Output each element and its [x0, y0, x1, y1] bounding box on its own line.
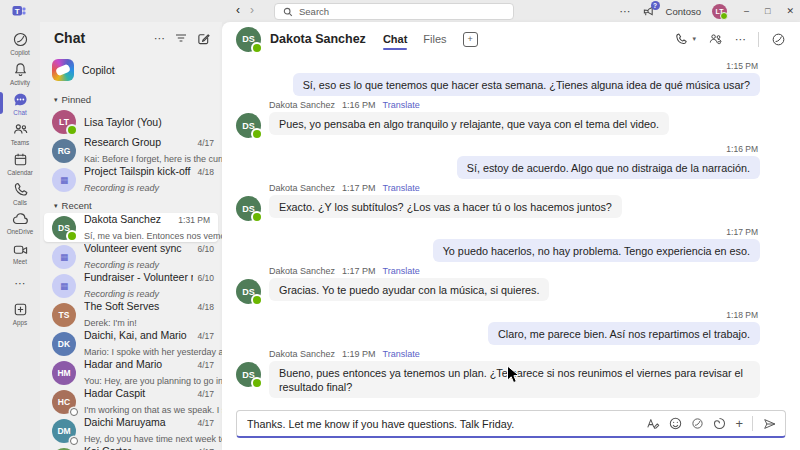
rail-item-meet[interactable]: Meet — [0, 238, 40, 268]
message-time: 1:15 PM — [726, 61, 758, 71]
new-chat-icon[interactable] — [197, 32, 210, 45]
avatar[interactable]: DS — [236, 362, 261, 387]
call-button[interactable] — [674, 32, 688, 46]
sidebar-item-copilot[interactable]: Copilot — [40, 52, 222, 88]
chevron-down-icon: ▾ — [54, 202, 58, 210]
add-tab-button[interactable]: + — [463, 32, 478, 47]
chat-preview: Recording is ready — [84, 260, 159, 270]
chat-list-item[interactable]: ▦ Project Tailspin kick-off 4/18 Recordi… — [40, 165, 222, 194]
divider — [752, 416, 753, 431]
copilot-icon[interactable] — [691, 417, 704, 430]
conversation-more-button[interactable]: ⋯ — [735, 33, 746, 46]
chat-list-item[interactable]: HM Hadar and Mario 4/17 You: Hey, are yo… — [40, 358, 222, 387]
message-bubble[interactable]: Sí, eso es lo que tenemos que hacer esta… — [293, 73, 760, 96]
chat-list-item[interactable]: DM Daichi Maruyama 4/17 Hey, do you have… — [40, 416, 222, 445]
avatar: DS — [52, 216, 76, 240]
avatar[interactable]: DS — [236, 279, 261, 304]
chat-list-item[interactable]: LT Lisa Taylor (You) — [40, 107, 222, 136]
translate-link[interactable]: Translate — [383, 183, 420, 193]
forward-button[interactable]: › — [250, 3, 254, 17]
chat-preview: Recording is ready — [84, 183, 159, 193]
rail-item-chat[interactable]: Chat — [0, 88, 40, 118]
close-button[interactable]: ✕ — [786, 6, 794, 16]
sidebar-section-header[interactable]: ▾ Pinned — [40, 88, 222, 107]
copilot-button[interactable] — [771, 32, 786, 47]
message-bubble[interactable]: Yo puedo hacerlos, no hay problema. Teng… — [433, 239, 760, 262]
message-bubble[interactable]: Exacto. ¿Y los subtítulos? ¿Los vas a ha… — [269, 195, 622, 218]
rail-item-calls[interactable]: Calls — [0, 178, 40, 208]
format-icon[interactable] — [646, 417, 660, 430]
announcement-icon[interactable]: ? — [642, 5, 655, 17]
filter-icon[interactable] — [175, 33, 187, 43]
chat-list-item[interactable]: KC Kai Carter 4/17 You: Let me know when… — [40, 445, 222, 450]
attach-plus-icon[interactable]: + — [735, 417, 743, 430]
add-people-button[interactable] — [708, 32, 723, 46]
rail-item-activity[interactable]: Activity — [0, 58, 40, 88]
chat-name: Project Tailspin kick-off — [84, 165, 193, 177]
avatar: HC — [52, 390, 76, 414]
chat-list-item[interactable]: DS Dakota Sanchez 1:31 PM Sí, me va bien… — [44, 213, 218, 242]
sidebar-section-header[interactable]: ▾ Recent — [40, 194, 222, 213]
minimize-button[interactable]: – — [744, 6, 749, 16]
message-bubble[interactable]: Pues, yo pensaba en algo tranquilo y rel… — [269, 112, 669, 135]
message-bubble[interactable]: Gracias. Yo te puedo ayudar con la músic… — [269, 278, 549, 301]
presence-icon — [70, 408, 78, 416]
rail-item-teams[interactable]: Teams — [0, 118, 40, 148]
status-available-icon — [251, 377, 263, 389]
titlebar-more-button[interactable]: ⋯ — [620, 5, 631, 18]
emoji-icon[interactable] — [669, 417, 682, 430]
avatar: HM — [52, 361, 76, 385]
message-bubble[interactable]: Claro, me parece bien. Así nos repartimo… — [488, 322, 760, 345]
message-bubble[interactable]: Sí, estoy de acuerdo. Algo que no distra… — [457, 156, 760, 179]
rail-item-copilot[interactable]: Copilot — [0, 28, 40, 58]
message-sent: 1:18 PM Claro, me parece bien. Así nos r… — [236, 308, 760, 345]
tenant-name[interactable]: Contoso — [666, 6, 701, 17]
back-button[interactable]: ‹ — [236, 3, 240, 17]
more-icon: ⋯ — [15, 278, 26, 288]
sidebar-more-button[interactable]: ⋯ — [154, 32, 165, 45]
message-input[interactable] — [247, 418, 637, 430]
status-available-icon — [251, 42, 263, 54]
chat-name: Hadar Caspit — [84, 387, 193, 399]
translate-link[interactable]: Translate — [383, 100, 420, 110]
avatar[interactable]: DS — [236, 27, 261, 52]
maximize-button[interactable]: □ — [765, 6, 770, 16]
chevron-down-icon: ▾ — [54, 96, 58, 104]
chat-sidebar: Chat ⋯ Copilot ▾ Pinned LT Lisa Taylor (… — [40, 22, 222, 450]
tab-chat[interactable]: Chat — [383, 24, 407, 54]
translate-link[interactable]: Translate — [383, 349, 420, 359]
message-received: DS Dakota Sanchez 1:17 PM Translate Exac… — [236, 183, 760, 221]
chat-list-item[interactable]: TS The Soft Serves 4/18 Derek: I'm in! — [40, 300, 222, 329]
message-received: DS Dakota Sanchez 1:17 PM Translate Grac… — [236, 266, 760, 304]
send-icon[interactable] — [762, 417, 777, 431]
chat-list-item[interactable]: ▦ Fundraiser - Volunteer management ... … — [40, 271, 222, 300]
chat-name: Volunteer event sync — [84, 242, 193, 254]
rail-item-calendar[interactable]: Calendar — [0, 148, 40, 178]
teams-people-icon — [12, 121, 29, 138]
search-input[interactable]: Search — [274, 3, 514, 20]
message-sender: Dakota Sanchez — [269, 100, 335, 110]
rail-item-more[interactable]: ⋯ — [0, 268, 40, 298]
chat-timestamp: 4/17 — [197, 418, 214, 428]
chat-list-item[interactable]: ▦ Volunteer event sync 6/10 Recording is… — [40, 242, 222, 271]
chat-preview: You: Hey, are you planning to go into th… — [84, 376, 222, 386]
chat-list-item[interactable]: RG Research Group 4/17 Kai: Before I for… — [40, 136, 222, 165]
chat-list-item[interactable]: DK Daichi, Kai, and Mario 4/17 Mario: I … — [40, 329, 222, 358]
tab-files[interactable]: Files — [423, 24, 446, 54]
rail-item-apps[interactable]: Apps — [0, 298, 40, 328]
avatar[interactable]: DS — [236, 113, 261, 138]
chat-name: Fundraiser - Volunteer management ... — [84, 271, 193, 283]
chat-name: Hadar and Mario — [84, 358, 193, 370]
translate-link[interactable]: Translate — [383, 266, 420, 276]
message-received: DS Dakota Sanchez 1:16 PM Translate Pues… — [236, 100, 760, 138]
rail-item-onedrive[interactable]: OneDrive — [0, 208, 40, 238]
loop-icon[interactable] — [713, 417, 726, 430]
chevron-down-icon[interactable]: ▾ — [692, 35, 696, 43]
bell-icon — [12, 61, 29, 78]
chat-preview: Hey, do you have time next week to sync … — [84, 434, 222, 444]
chat-preview: Recording is ready — [84, 289, 159, 299]
avatar[interactable]: DS — [236, 196, 261, 221]
chat-list-item[interactable]: HC Hadar Caspit 4/17 I'm working on that… — [40, 387, 222, 416]
user-avatar[interactable]: LT — [712, 4, 727, 19]
conversation-header: DS Dakota Sanchez Chat Files + ▾ ⋯ — [222, 22, 800, 56]
